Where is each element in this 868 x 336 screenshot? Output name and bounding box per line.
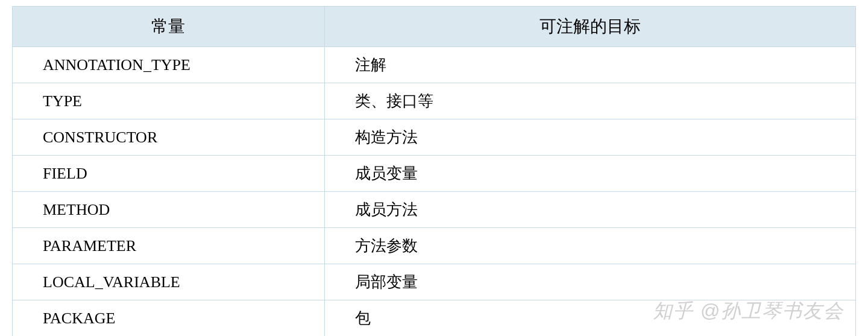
cell-constant: PARAMETER [13,228,325,264]
table-row: FIELD 成员变量 [13,156,856,192]
cell-constant: TYPE [13,83,325,119]
table-row: CONSTRUCTOR 构造方法 [13,119,856,156]
cell-constant: ANNOTATION_TYPE [13,47,325,83]
table-row: PACKAGE 包 [13,300,856,337]
cell-constant: METHOD [13,192,325,228]
header-target: 可注解的目标 [324,7,855,47]
cell-target: 注解 [324,47,855,83]
cell-constant: CONSTRUCTOR [13,119,325,156]
table-header-row: 常量 可注解的目标 [13,7,856,47]
table-row: TYPE 类、接口等 [13,83,856,119]
cell-target: 包 [324,300,855,337]
cell-target: 构造方法 [324,119,855,156]
cell-constant: FIELD [13,156,325,192]
annotation-target-table: 常量 可注解的目标 ANNOTATION_TYPE 注解 TYPE 类、接口等 … [12,6,856,336]
cell-target: 成员变量 [324,156,855,192]
table-row: ANNOTATION_TYPE 注解 [13,47,856,83]
table-row: LOCAL_VARIABLE 局部变量 [13,264,856,300]
table-row: PARAMETER 方法参数 [13,228,856,264]
table-body: ANNOTATION_TYPE 注解 TYPE 类、接口等 CONSTRUCTO… [13,47,856,337]
cell-constant: LOCAL_VARIABLE [13,264,325,300]
cell-target: 局部变量 [324,264,855,300]
table-row: METHOD 成员方法 [13,192,856,228]
header-constant: 常量 [13,7,325,47]
cell-constant: PACKAGE [13,300,325,337]
cell-target: 成员方法 [324,192,855,228]
cell-target: 类、接口等 [324,83,855,119]
cell-target: 方法参数 [324,228,855,264]
